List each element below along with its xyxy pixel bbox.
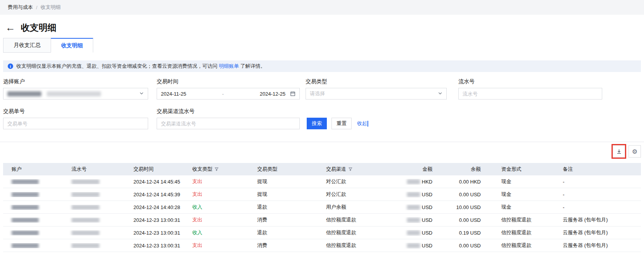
cell-remark: 云服务器 (包年包月) [554,216,641,223]
text-caret [367,121,368,127]
search-button[interactable]: 搜索 [307,118,327,129]
cell-account [3,243,63,248]
cell-balance: 0.00 USD [436,192,484,197]
col-header-serial: 流水号 [63,166,125,173]
date-range-label: 交易时间 [157,78,300,85]
filter-account: 选择账户 [3,78,148,99]
date-range-picker[interactable]: 2024-11-25 - 2024-12-25 [157,88,300,99]
blurred-amount [407,243,420,248]
back-arrow-icon[interactable]: ← [5,22,15,33]
blurred-account-value [7,91,41,96]
cell-tx-type: 消费 [249,216,318,223]
cell-remark: - [554,179,641,185]
order-number-label: 交易单号 [3,108,148,115]
tab-monthly-summary[interactable]: 月收支汇总 [3,38,51,53]
blurred-account [12,192,39,197]
settings-button[interactable]: ⚙ [629,145,641,158]
breadcrumb-current: 收支明细 [41,4,61,11]
table-body: 2024-12-24 14:45:45 支出 提现 对公汇款 HKD 0.00 … [3,175,641,252]
blurred-account [12,243,39,248]
transactions-table: 账户 流水号 交易时间 收支类型 交易类型 交易渠道 金额 余额 资金形式 备注… [3,163,641,252]
blurred-serial [72,230,99,235]
serial-number-input[interactable] [463,91,598,97]
date-start[interactable]: 2024-11-25 [161,91,186,97]
blurred-amount [407,218,420,223]
account-select[interactable] [3,88,148,99]
cell-account [3,179,63,184]
account-label: 选择账户 [3,78,148,85]
tab-transaction-details[interactable]: 收支明细 [51,38,93,53]
blurred-account [12,179,39,184]
reset-button[interactable]: 重置 [331,118,352,129]
col-header-balance: 余额 [436,166,484,173]
cell-time: 2024-12-23 13:00:31 [125,217,184,223]
calendar-icon[interactable] [290,91,296,96]
date-end[interactable]: 2024-12-25 [260,91,286,97]
blurred-amount [407,192,420,197]
cell-channel: 对公汇款 [318,178,372,185]
blurred-serial [72,218,99,223]
cell-amount: USD [372,192,436,197]
filter-funnel-icon[interactable] [214,167,219,172]
transaction-type-select[interactable]: 请选择 [306,88,447,99]
cell-serial [63,218,125,223]
cell-serial [63,205,125,210]
cell-fund-form: 现金 [484,204,554,211]
cell-account [3,230,63,235]
blurred-serial [72,243,99,248]
table-toolbar: ⚙ [3,145,641,158]
cell-amount: USD [372,230,436,236]
collapse-link[interactable]: 收起 [357,120,368,127]
filter-order-number: 交易单号 [3,108,148,129]
blurred-account [12,230,39,235]
cell-io-type: 支出 [184,216,249,223]
page-title: 收支明细 [21,22,56,34]
cell-tx-type: 退款 [249,229,318,236]
cell-time: 2024-12-23 13:00:31 [125,243,184,249]
cell-serial [63,243,125,248]
blurred-amount [407,179,420,184]
date-separator: - [186,91,260,97]
cell-fund-form: 信控额度退款 [484,229,554,236]
col-header-time: 交易时间 [125,166,184,173]
breadcrumb-section[interactable]: 费用与成本 [8,4,33,11]
filter-channel-serial: 交易渠道流水号 [157,108,300,129]
cell-fund-form: 现金 [484,191,554,198]
download-icon [616,149,622,154]
filter-date-range: 交易时间 2024-11-25 - 2024-12-25 [157,78,300,99]
cell-account [3,218,63,223]
order-number-input[interactable] [7,121,144,127]
col-header-io-type: 收支类型 [184,166,249,173]
cell-amount: HKD [372,179,436,185]
cell-balance: 10.00 USD [436,204,484,210]
cell-io-type: 收入 [184,229,249,236]
cell-time: 2024-12-23 13:00:31 [125,230,184,236]
cell-remark: - [554,204,641,210]
blurred-account-value-2 [47,91,101,96]
col-header-amount: 金额 [372,166,436,173]
blurred-account [12,218,39,223]
cell-balance: 0.00 HKD [436,179,484,185]
filter-serial-number: 流水号 [458,78,602,99]
channel-serial-input[interactable] [161,121,296,127]
filter-funnel-icon[interactable] [348,167,353,172]
cell-balance: 0.00 USD [436,217,484,223]
cell-time: 2024-12-24 14:45:45 [125,179,184,185]
blurred-amount [407,205,420,210]
cell-io-type: 支出 [184,178,249,185]
cell-remark: 云服务器 (包年包月) [554,229,641,236]
bill-details-link[interactable]: 明细账单 [219,63,239,69]
cell-io-type: 支出 [184,242,249,249]
col-header-account: 账户 [3,166,63,173]
table-row: 2024-12-23 13:00:31 收入 退款 信控额度退款 USD 0.1… [3,226,641,239]
download-button[interactable] [613,145,625,158]
cell-amount: USD [372,204,436,210]
serial-number-label: 流水号 [458,78,602,85]
blurred-serial [72,205,99,210]
cell-remark: 云服务器 (包年包月) [554,242,641,249]
table-row: 2024-12-24 14:40:28 收入 退款 用户余额 USD 10.00… [3,201,641,214]
banner-text: 收支明细仅显示本账户的充值、退款、扣款等资金增减变化；查看云资源消费情况，可访问… [16,63,265,70]
cell-io-type: 收入 [184,204,249,211]
breadcrumb-separator: / [36,5,38,10]
channel-serial-label: 交易渠道流水号 [157,108,300,115]
